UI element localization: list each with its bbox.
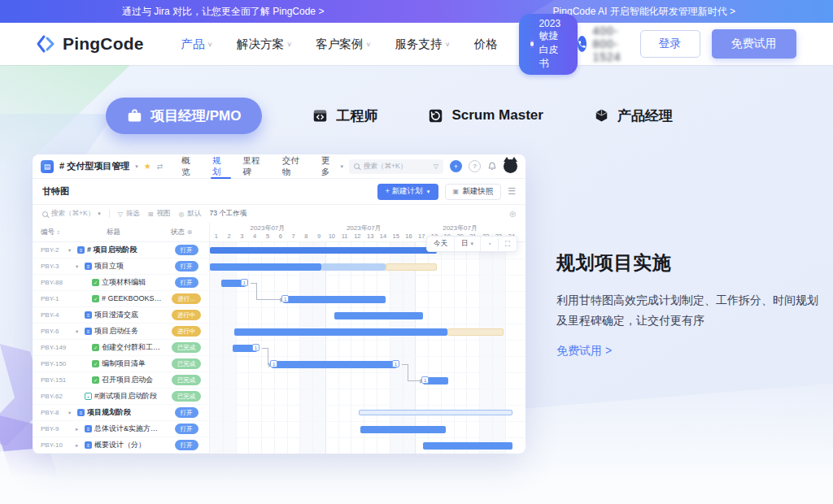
nav-item-产品[interactable]: 产品˅ [181,37,212,52]
fullscreen-icon[interactable]: ⛶ [499,237,517,251]
star-icon[interactable]: ★ [144,162,151,171]
status-badge[interactable]: 进行中 [172,310,202,320]
table-row[interactable]: PBY-1✓# GEEKBOOKS 概...进行... [33,291,209,307]
login-button[interactable]: 登录 [640,30,700,58]
role-tab-工程师[interactable]: 工程师 [312,106,377,125]
row-line [210,324,526,324]
status-badge[interactable]: 打开 [175,261,198,272]
expand-toggle-icon[interactable]: ▾ [76,263,82,270]
table-row[interactable]: PBY-151✓召开项目启动会已完成 [33,372,209,389]
gantt-bar[interactable] [321,263,386,271]
status-badge[interactable]: 打开 [175,440,198,450]
pingcode-logo[interactable]: PingCode [36,33,144,54]
dependency-handle[interactable]: 1 [270,360,277,367]
table-row[interactable]: PBY-62+#测试项目启动阶段已完成 [33,389,209,405]
status-badge[interactable]: 进行中 [172,326,202,337]
today-button[interactable]: 今天 [427,237,455,251]
default-config-button[interactable]: ◎ 默认 [179,209,202,219]
workitem-title-cell: ▾≡项目立项 [68,261,164,272]
status-badge[interactable]: 已完成 [172,358,202,369]
user-avatar[interactable] [504,159,517,173]
table-row[interactable]: PBY-6▾≡项目启动任务进行中 [33,324,209,340]
settings-icon[interactable]: ◎ [509,210,516,218]
app-tab-概览[interactable]: 概览 [181,154,198,179]
gantt-bar[interactable] [423,442,512,450]
app-tab-里程碑[interactable]: 里程碑 [243,154,268,179]
app-tab-规划[interactable]: 规划 [212,154,229,179]
feature-trial-link[interactable]: 免费试用 > [556,344,612,357]
help-icon[interactable]: ? [469,160,481,172]
gantt-body[interactable]: 111111 [210,242,526,454]
quick-create-button[interactable]: + [450,160,462,172]
expand-toggle-icon[interactable]: ▾ [68,410,75,416]
bell-icon[interactable] [487,161,497,172]
status-badge[interactable]: 打开 [175,245,198,255]
app-tab-更多[interactable]: 更多▾ [321,154,343,179]
status-badge[interactable]: 打开 [175,424,198,434]
app-tab-交付物[interactable]: 交付物 [282,154,307,179]
milestone-toggle-icon[interactable]: ◔ [481,237,499,250]
status-badge[interactable]: 进行... [172,293,200,304]
role-tab-label: 工程师 [336,106,377,125]
status-badge[interactable]: 已完成 [172,391,202,402]
role-tab-项目经理/PMO[interactable]: 项目经理/PMO [106,98,262,134]
gantt-bar[interactable] [234,328,447,336]
nav-item-服务支持[interactable]: 服务支持˅ [395,37,449,52]
workitem-id: PBY-6 [33,328,68,335]
filter-button[interactable]: ▽ 筛选 [118,209,140,219]
banner-link-jira[interactable]: 通过与 Jira 对比，让您更全面了解 PingCode > [122,5,324,19]
chevron-down-icon[interactable]: ▾ [135,163,138,170]
gantt-bar[interactable] [210,263,321,271]
whitepaper-badge[interactable]: 2023敏捷白皮书 [519,14,578,75]
expand-toggle-icon[interactable]: ▸ [76,442,82,449]
nav-item-客户案例[interactable]: 客户案例˅ [316,37,370,52]
role-tab-Scrum Master[interactable]: Scrum Master [428,107,543,124]
gantt-bar[interactable] [334,312,423,319]
app-search-input[interactable]: 搜索（⌘+K） ▽ [349,159,443,174]
banner-link-ai[interactable]: PingCode AI 开启智能化研发管理新时代 > [553,5,735,19]
table-row[interactable]: PBY-88✓立项材料编辑打开 [33,275,209,291]
status-badge[interactable]: 打开 [175,407,198,418]
expand-toggle-icon[interactable]: ▾ [76,328,82,335]
nav-item-解决方案[interactable]: 解决方案˅ [237,37,291,52]
dependency-handle[interactable]: 1 [241,279,248,286]
gantt-bar[interactable] [360,426,447,433]
dependency-handle[interactable]: 1 [392,360,399,367]
gantt-bar[interactable] [359,410,512,415]
chevron-down-icon: ▾ [470,241,473,247]
new-snapshot-button[interactable]: ▣ 新建快照 [445,184,502,200]
free-trial-button[interactable]: 免费试用 [712,29,796,59]
expand-toggle-icon[interactable]: ▸ [76,426,82,432]
expand-toggle-icon[interactable]: ▾ [68,247,75,254]
list-icon[interactable]: ☰ [508,186,516,197]
dependency-handle[interactable]: 1 [421,376,429,384]
new-plan-button[interactable]: + 新建计划 ▼ [377,184,438,200]
filter-search-input[interactable]: 搜索（⌘+K） ▾ [42,209,101,219]
status-badge[interactable]: 已完成 [172,342,202,353]
status-badge[interactable]: 打开 [175,277,198,288]
table-row[interactable]: PBY-150✓编制项目清单已完成 [33,356,209,372]
status-badge[interactable]: 已完成 [172,375,202,385]
table-row[interactable]: PBY-2▾≡# 项目启动阶段打开 [33,242,209,259]
sort-icon[interactable]: ↕ [57,229,60,235]
table-row[interactable]: PBY-10▸≡概要设计（分）打开 [33,437,209,454]
table-row[interactable]: PBY-9▸≡总体设计&实施方案（...打开 [33,421,209,437]
gantt-bar[interactable] [447,328,504,336]
role-tab-产品经理[interactable]: 产品经理 [594,106,673,125]
table-row[interactable]: PBY-3▾≡项目立项打开 [33,259,209,275]
table-row[interactable]: PBY-4≡项目澄清交底进行中 [33,307,209,324]
swap-icon[interactable]: ⇄ [157,163,164,171]
gantt-bar[interactable] [283,296,386,303]
nav-item-价格[interactable]: 价格 [474,37,498,52]
dependency-handle[interactable]: 1 [281,295,289,302]
view-button[interactable]: ⊞ 视图 [148,209,171,219]
gantt-bar[interactable] [386,263,437,271]
dependency-handle[interactable]: 1 [252,344,259,351]
gantt-bar[interactable] [272,361,398,368]
time-unit-select[interactable]: 日 ▾ [455,237,481,251]
table-row[interactable]: PBY-149✓创建交付群和工作会已完成 [33,340,209,356]
gantt-bar[interactable] [210,247,437,254]
add-column-icon[interactable]: ⊕ [187,228,193,236]
workitem-id: PBY-151 [33,376,68,384]
table-row[interactable]: PBY-8▾≡项目规划阶段打开 [33,405,209,421]
